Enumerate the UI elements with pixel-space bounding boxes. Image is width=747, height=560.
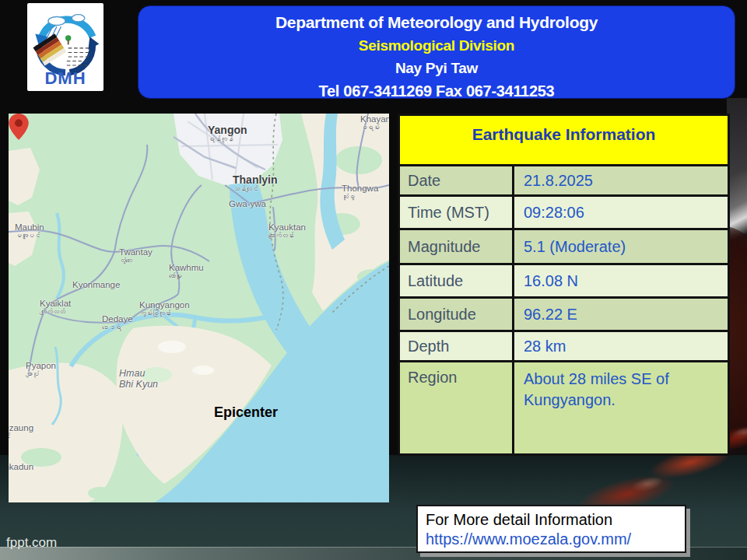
map-label-kyauktan: Kyauktanကျောက်တန်း: [268, 222, 306, 240]
latitude-label: Latitude: [400, 265, 512, 296]
map-label-thongwa: Thongwaသုံးခွ: [342, 184, 378, 201]
magnitude-value: 5.1 (Moderate): [514, 230, 728, 263]
map-label-kyaiklat: Kyaiklatကျိုက်လတ်: [40, 299, 71, 317]
depth-value: 28 km: [514, 332, 728, 360]
title-banner: Department of Meteorology and Hydrology …: [138, 5, 735, 99]
epicenter-label: Epicenter: [199, 404, 293, 421]
depth-label: Depth: [400, 332, 512, 360]
epicenter-map: Epicenter Khayanခရမ်းYangonရန်ကုန်Thanly…: [9, 114, 389, 502]
division-title: Seismological Division: [139, 37, 735, 54]
map-label-wezaung: wezaungဇောင်း: [9, 423, 33, 441]
map-label-gwaywa: Gwa-ywa: [229, 199, 266, 209]
date-label: Date: [400, 166, 512, 194]
map-label-kyonmange: Kyonmange: [72, 280, 120, 290]
map-label-yangon: Yangonရန်ကုန်: [208, 124, 247, 144]
map-label-khayan: Khayanခရမ်း: [360, 114, 389, 132]
map-label-pyapon: Pyaponဖျာပုံ: [26, 361, 56, 379]
region-label: Region: [400, 362, 512, 453]
map-label-hmau: HmauBhi Kyun: [119, 369, 158, 390]
map-label-thanlyin: Thanlyinသန်လျင်: [233, 174, 278, 194]
latitude-value: 16.08 N: [514, 265, 728, 296]
fppt-watermark: fppt.com: [6, 535, 57, 551]
map-label-onkadun: onkadun: [9, 462, 33, 472]
more-info-box: For More detail Information https://www.…: [416, 505, 686, 553]
map-label-twantay: Twantayတွံတေး: [119, 247, 153, 265]
magnitude-label: Magnitude: [400, 230, 512, 263]
map-label-kawhmu: Kawhmuကော်မှူး: [169, 263, 204, 281]
longitude-label: Longitude: [400, 299, 512, 330]
map-label-maubin: Maubinမအူပင်: [15, 222, 44, 240]
more-info-text: For More detail Information: [426, 510, 677, 530]
dmh-logo: DMH: [27, 3, 103, 91]
dmh-logo-icon: DMH: [30, 5, 101, 89]
department-title: Department of Meteorology and Hydrology: [139, 13, 735, 32]
slide: DMH Department of Meteorology and Hydrol…: [0, 0, 747, 560]
region-value: About 28 miles SE of Kungyangon.: [514, 362, 728, 453]
epicenter-pin-icon: [9, 114, 29, 140]
city-line: Nay Pyi Taw: [139, 60, 735, 77]
phone-line: Tel 067-3411269 Fax 067-3411253: [139, 82, 735, 100]
time-label: Time (MST): [400, 197, 512, 228]
longitude-value: 96.22 E: [514, 299, 728, 330]
table-title: Earthquake Information: [400, 116, 728, 164]
svg-text:DMH: DMH: [44, 68, 86, 87]
time-value: 09:28:06: [514, 197, 728, 228]
map-label-kungyangon: Kungyangonကွမ်းခြံကုန်း: [139, 300, 190, 318]
date-value: 21.8.2025: [514, 166, 728, 194]
map-label-dedaye: Dedayeဒေးဒရဲ: [102, 314, 133, 332]
more-info-link[interactable]: https://www.moezala.gov.mm/: [426, 530, 677, 549]
earthquake-info-table: Earthquake Information Date 21.8.2025 Ti…: [398, 114, 730, 456]
